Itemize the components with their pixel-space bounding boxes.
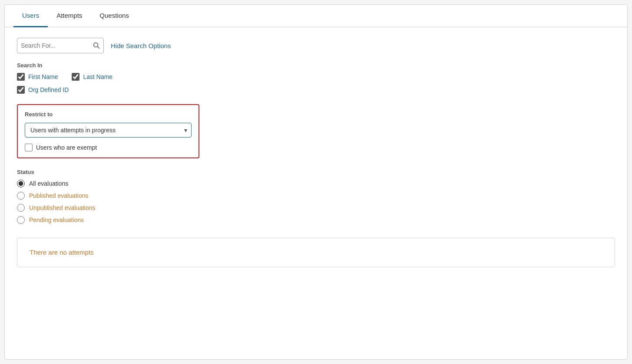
tab-questions[interactable]: Questions <box>91 5 138 27</box>
radio-pending[interactable]: Pending evaluations <box>17 216 615 224</box>
radio-all-evaluations-label: All evaluations <box>29 180 68 187</box>
content-area: Hide Search Options Search In First Name… <box>5 27 627 278</box>
radio-all-evaluations-input[interactable] <box>17 180 25 187</box>
exempt-checkbox-label: Users who are exempt <box>36 144 97 151</box>
radio-unpublished-label: Unpublished evaluations <box>29 204 96 211</box>
main-container: Users Attempts Questions Hide Search Opt… <box>4 4 628 360</box>
radio-published[interactable]: Published evaluations <box>17 192 615 200</box>
status-label: Status <box>17 169 615 175</box>
exempt-checkbox[interactable]: Users who are exempt <box>25 144 192 151</box>
restrict-to-label: Restrict to <box>25 111 192 118</box>
checkbox-last-name-input[interactable] <box>72 73 79 81</box>
search-icon <box>93 42 100 49</box>
radio-unpublished[interactable]: Unpublished evaluations <box>17 204 615 212</box>
exempt-checkbox-input[interactable] <box>25 144 33 151</box>
search-input[interactable] <box>21 42 93 49</box>
search-in-checkboxes-row2: Org Defined ID <box>17 86 615 94</box>
checkbox-last-name[interactable]: Last Name <box>72 73 113 81</box>
restrict-select[interactable]: Users with attempts in progress All user… <box>25 123 192 138</box>
checkbox-first-name[interactable]: First Name <box>17 73 58 81</box>
status-section: Status All evaluations Published evaluat… <box>17 169 615 224</box>
hide-search-link[interactable]: Hide Search Options <box>111 42 171 49</box>
checkbox-first-name-input[interactable] <box>17 73 25 81</box>
search-in-label: Search In <box>17 62 615 69</box>
checkbox-org-id-label: Org Defined ID <box>28 86 69 93</box>
search-in-checkboxes: First Name Last Name <box>17 73 615 81</box>
restrict-select-wrapper: Users with attempts in progress All user… <box>25 123 192 138</box>
no-attempts-box: There are no attempts <box>17 238 615 267</box>
search-row: Hide Search Options <box>17 38 615 53</box>
checkbox-org-id[interactable]: Org Defined ID <box>17 86 69 94</box>
radio-published-input[interactable] <box>17 192 25 200</box>
checkbox-org-id-input[interactable] <box>17 86 25 94</box>
search-button[interactable] <box>93 42 100 49</box>
restrict-to-section: Restrict to Users with attempts in progr… <box>17 104 199 158</box>
status-radio-group: All evaluations Published evaluations Un… <box>17 180 615 224</box>
radio-all-evaluations[interactable]: All evaluations <box>17 180 615 187</box>
search-in-section: Search In First Name Last Name Org Defin… <box>17 62 615 94</box>
search-box[interactable] <box>17 38 104 53</box>
radio-pending-input[interactable] <box>17 216 25 224</box>
radio-pending-label: Pending evaluations <box>29 216 84 223</box>
tab-attempts[interactable]: Attempts <box>48 5 91 27</box>
svg-line-1 <box>98 47 99 49</box>
tabs-bar: Users Attempts Questions <box>5 5 627 27</box>
radio-unpublished-input[interactable] <box>17 204 25 212</box>
tab-users[interactable]: Users <box>13 5 48 27</box>
checkbox-first-name-label: First Name <box>28 73 58 80</box>
checkbox-last-name-label: Last Name <box>83 73 113 80</box>
no-attempts-text: There are no attempts <box>30 249 94 256</box>
radio-published-label: Published evaluations <box>29 192 88 199</box>
